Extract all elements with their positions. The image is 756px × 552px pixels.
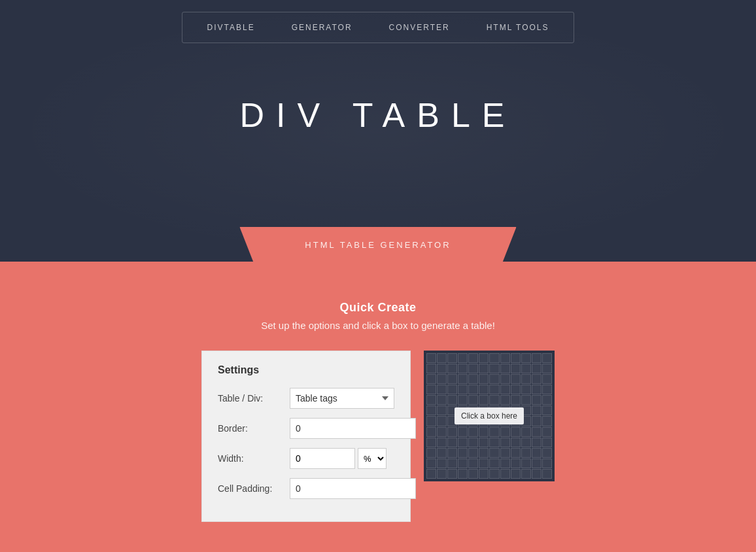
grid-cell[interactable] xyxy=(468,416,478,426)
grid-cell[interactable] xyxy=(521,448,531,458)
grid-cell[interactable] xyxy=(479,469,489,479)
grid-cell[interactable] xyxy=(447,438,457,447)
grid-cell[interactable] xyxy=(532,458,541,468)
grid-cell[interactable] xyxy=(542,374,552,384)
grid-cell[interactable] xyxy=(437,364,447,373)
grid-cell[interactable] xyxy=(437,385,447,394)
grid-cell[interactable] xyxy=(479,427,489,437)
grid-cell[interactable] xyxy=(458,374,468,384)
grid-cell[interactable] xyxy=(426,416,436,426)
grid-cell[interactable] xyxy=(521,438,531,447)
grid-cell[interactable] xyxy=(511,385,521,394)
nav-item-html-tools[interactable]: HTML TOOLS xyxy=(468,12,568,43)
grid-cell[interactable] xyxy=(542,469,552,479)
grid-cell[interactable] xyxy=(521,374,531,384)
grid-cell[interactable] xyxy=(542,395,552,405)
grid-cell[interactable] xyxy=(447,374,457,384)
grid-cell[interactable] xyxy=(521,469,531,479)
grid-cell[interactable] xyxy=(426,374,436,384)
grid-cell[interactable] xyxy=(532,405,541,415)
grid-cell[interactable] xyxy=(468,438,478,447)
grid-cell[interactable] xyxy=(468,448,478,458)
grid-cell[interactable] xyxy=(532,385,541,394)
grid-cell[interactable] xyxy=(479,448,489,458)
grid-cell[interactable] xyxy=(521,385,531,394)
grid-cell[interactable] xyxy=(447,395,457,405)
grid-cell[interactable] xyxy=(542,427,552,437)
grid-cell[interactable] xyxy=(447,427,457,437)
grid-cell[interactable] xyxy=(479,364,489,373)
grid-cell[interactable] xyxy=(489,395,499,405)
grid-cell[interactable] xyxy=(532,353,541,363)
grid-cell[interactable] xyxy=(468,374,478,384)
grid-cell[interactable] xyxy=(511,395,521,405)
grid-cell[interactable] xyxy=(489,427,499,437)
grid-cell[interactable] xyxy=(500,364,510,373)
grid-cell[interactable] xyxy=(437,469,447,479)
grid-cell[interactable] xyxy=(468,427,478,437)
grid-cell[interactable] xyxy=(532,416,541,426)
grid-cell[interactable] xyxy=(426,438,436,447)
grid-cell[interactable] xyxy=(468,385,478,394)
grid-cell[interactable] xyxy=(426,353,436,363)
grid-cell[interactable] xyxy=(500,395,510,405)
grid-cell[interactable] xyxy=(500,469,510,479)
grid-cell[interactable] xyxy=(458,469,468,479)
grid-cell[interactable] xyxy=(521,353,531,363)
grid-cell[interactable] xyxy=(447,385,457,394)
grid-cell[interactable] xyxy=(458,405,468,415)
grid-cell[interactable] xyxy=(426,427,436,437)
grid-cell[interactable] xyxy=(521,405,531,415)
grid-cell[interactable] xyxy=(458,353,468,363)
grid-cell[interactable] xyxy=(437,395,447,405)
grid-cell[interactable] xyxy=(521,427,531,437)
grid-cell[interactable] xyxy=(437,458,447,468)
grid-cell[interactable] xyxy=(489,416,499,426)
grid-cell[interactable] xyxy=(479,385,489,394)
grid-cell[interactable] xyxy=(521,364,531,373)
grid-cell[interactable] xyxy=(426,458,436,468)
grid-cell[interactable] xyxy=(468,364,478,373)
grid-cell[interactable] xyxy=(511,438,521,447)
grid-cell[interactable] xyxy=(468,395,478,405)
grid-cell[interactable] xyxy=(489,438,499,447)
grid-cell[interactable] xyxy=(500,405,510,415)
grid-cell[interactable] xyxy=(542,458,552,468)
grid-cell[interactable] xyxy=(532,374,541,384)
grid-cell[interactable] xyxy=(426,395,436,405)
grid-cell[interactable] xyxy=(447,364,457,373)
grid-cell[interactable] xyxy=(511,374,521,384)
grid-cell[interactable] xyxy=(458,427,468,437)
grid-cell[interactable] xyxy=(500,385,510,394)
grid-cell[interactable] xyxy=(500,374,510,384)
grid-cell[interactable] xyxy=(511,416,521,426)
grid-cell[interactable] xyxy=(426,405,436,415)
grid-cell[interactable] xyxy=(532,364,541,373)
grid-cell[interactable] xyxy=(532,438,541,447)
grid-cell[interactable] xyxy=(447,458,457,468)
grid-cell[interactable] xyxy=(489,405,499,415)
nav-item-generator[interactable]: GENERATOR xyxy=(273,12,371,43)
grid-cell[interactable] xyxy=(500,353,510,363)
grid-cell[interactable] xyxy=(489,353,499,363)
grid-cell[interactable] xyxy=(479,395,489,405)
grid-cell[interactable] xyxy=(426,469,436,479)
grid-cell[interactable] xyxy=(511,469,521,479)
grid-cell[interactable] xyxy=(479,353,489,363)
select-unit[interactable]: %px xyxy=(358,448,387,469)
grid-cell[interactable] xyxy=(500,438,510,447)
grid-cell[interactable] xyxy=(532,448,541,458)
input-border[interactable] xyxy=(290,418,416,439)
grid-cell[interactable] xyxy=(468,469,478,479)
grid-panel[interactable]: Click a box here xyxy=(424,351,555,481)
grid-cell[interactable] xyxy=(511,364,521,373)
grid-cell[interactable] xyxy=(511,448,521,458)
grid-cell[interactable] xyxy=(500,427,510,437)
grid-cell[interactable] xyxy=(542,405,552,415)
grid-cell[interactable] xyxy=(532,395,541,405)
grid-cell[interactable] xyxy=(542,353,552,363)
grid-cell[interactable] xyxy=(437,405,447,415)
grid-cell[interactable] xyxy=(458,458,468,468)
grid-cell[interactable] xyxy=(542,448,552,458)
select-table-div[interactable]: Table tagsDiv tags xyxy=(290,388,394,409)
